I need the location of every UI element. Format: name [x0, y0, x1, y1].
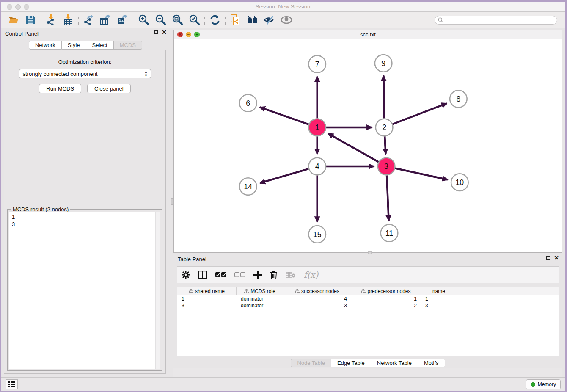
table-panel-title: Table Panel	[178, 256, 206, 262]
column-header-name[interactable]: name	[421, 287, 457, 295]
mcds-result-text[interactable]: 1 3	[9, 212, 160, 369]
vertical-splitter[interactable]	[170, 28, 173, 377]
import-table-icon[interactable]	[60, 13, 77, 27]
edge-3-1[interactable]	[328, 133, 378, 162]
network-graph[interactable]: 7968124314101511	[174, 39, 562, 252]
cell-MCDS-role[interactable]: dominator	[237, 302, 284, 309]
show-all-icon[interactable]	[278, 13, 295, 27]
optimization-criterion-label: Optimization criterion:	[4, 59, 165, 65]
node-6[interactable]: 6	[239, 94, 257, 112]
table-row[interactable]: 3dominator323	[177, 302, 559, 309]
tab-mcds[interactable]: MCDS	[114, 41, 142, 50]
edge-3-11[interactable]	[387, 175, 389, 221]
close-panel-icon[interactable]: ✕	[162, 30, 167, 34]
node-9[interactable]: 9	[375, 55, 392, 72]
close-panel-button[interactable]: Close panel	[87, 84, 131, 93]
result-scrollbar[interactable]	[155, 212, 160, 369]
edge-2-3[interactable]	[385, 136, 385, 154]
node-14[interactable]: 14	[239, 178, 257, 195]
search-input[interactable]	[435, 16, 557, 25]
search-icon	[438, 17, 443, 23]
close-table-panel-icon[interactable]: ✕	[554, 256, 559, 260]
node-8[interactable]: 8	[450, 90, 467, 108]
optimization-criterion-value: strongly connected component	[23, 71, 98, 77]
edge-4-14[interactable]	[260, 169, 308, 183]
edge-1-6[interactable]	[260, 107, 309, 124]
cell-successor-nodes[interactable]: 4	[284, 295, 351, 302]
edge-2-9[interactable]	[384, 76, 384, 119]
edge-2-8[interactable]	[393, 103, 447, 124]
memory-status-icon	[531, 382, 535, 387]
tab-select[interactable]: Select	[86, 41, 114, 50]
zoom-in-icon[interactable]	[135, 13, 152, 27]
open-session-icon[interactable]	[5, 13, 22, 27]
column-header-shared-name[interactable]: shared name	[177, 287, 237, 295]
column-header-successor-nodes[interactable]: successor nodes	[284, 287, 351, 295]
cell-shared-name[interactable]: 1	[177, 295, 237, 302]
tab-node-table[interactable]: Node Table	[291, 359, 331, 367]
float-table-panel-icon[interactable]	[546, 256, 550, 260]
optimization-criterion-select[interactable]: strongly connected component ▲▼	[19, 69, 151, 78]
export-image-icon[interactable]	[114, 13, 131, 27]
select-all-icon[interactable]	[215, 272, 226, 278]
home-layout-icon[interactable]	[244, 13, 261, 27]
svg-text:3: 3	[384, 162, 388, 171]
function-builder-icon[interactable]: f(x)	[304, 270, 318, 280]
svg-text:9: 9	[381, 59, 385, 68]
node-3[interactable]: 3	[378, 158, 395, 175]
network-title: scc.txt	[174, 31, 562, 38]
cell-name[interactable]: 3	[421, 302, 457, 309]
tab-style[interactable]: Style	[62, 41, 86, 50]
splitter-handle[interactable]	[171, 198, 173, 205]
delete-table-icon[interactable]	[286, 271, 296, 278]
hierarchy-icon	[189, 289, 193, 293]
cell-name[interactable]: 1	[421, 295, 457, 302]
zoom-selected-icon[interactable]	[186, 13, 203, 27]
svg-text:4: 4	[315, 162, 319, 171]
import-network-icon[interactable]	[43, 13, 60, 27]
tab-network-table[interactable]: Network Table	[371, 359, 418, 367]
mcds-panel: Optimization criterion: strongly connect…	[4, 50, 166, 374]
table-row[interactable]: 1dominator411	[177, 295, 559, 302]
zoom-out-icon[interactable]	[152, 13, 169, 27]
cell-predecessor-nodes[interactable]: 1	[351, 295, 421, 302]
memory-button[interactable]: Memory	[526, 379, 561, 389]
node-4[interactable]: 4	[308, 158, 326, 175]
save-session-icon[interactable]	[22, 13, 39, 27]
tab-network[interactable]: Network	[29, 41, 62, 50]
node-10[interactable]: 10	[451, 174, 468, 191]
edge-3-10[interactable]	[395, 168, 448, 180]
settings-gear-icon[interactable]	[182, 271, 190, 279]
node-2[interactable]: 2	[376, 119, 393, 136]
copy-network-icon[interactable]	[227, 13, 244, 27]
hide-selected-icon[interactable]	[261, 13, 278, 27]
task-history-button[interactable]	[6, 379, 18, 389]
split-view-icon[interactable]	[198, 271, 207, 279]
status-bar: Memory	[1, 377, 565, 391]
deselect-all-icon[interactable]	[234, 272, 245, 278]
node-1[interactable]: 1	[308, 119, 326, 136]
node-table[interactable]: shared nameMCDS rolesuccessor nodesprede…	[177, 287, 559, 356]
refresh-view-icon[interactable]	[206, 13, 223, 27]
delete-column-icon[interactable]	[270, 271, 278, 279]
zoom-fit-icon[interactable]	[169, 13, 186, 27]
export-table-icon[interactable]	[97, 13, 114, 27]
node-11[interactable]: 11	[381, 224, 398, 242]
cell-predecessor-nodes[interactable]: 2	[351, 302, 421, 309]
cell-successor-nodes[interactable]: 3	[284, 302, 351, 309]
float-panel-icon[interactable]	[154, 30, 158, 34]
network-canvas[interactable]: 7968124314101511	[174, 39, 562, 252]
export-network-icon[interactable]	[80, 13, 97, 27]
cell-MCDS-role[interactable]: dominator	[237, 295, 284, 302]
column-header-predecessor-nodes[interactable]: predecessor nodes	[351, 287, 421, 295]
tab-edge-table[interactable]: Edge Table	[331, 359, 371, 367]
node-15[interactable]: 15	[308, 226, 326, 243]
tab-motifs[interactable]: Motifs	[418, 359, 445, 367]
cell-shared-name[interactable]: 3	[177, 302, 237, 309]
node-7[interactable]: 7	[308, 55, 326, 73]
add-column-icon[interactable]	[253, 271, 262, 279]
table-bottom-strip	[173, 368, 562, 377]
column-header-MCDS-role[interactable]: MCDS role	[237, 287, 284, 295]
run-mcds-button[interactable]: Run MCDS	[39, 84, 81, 93]
svg-text:6: 6	[246, 99, 250, 108]
